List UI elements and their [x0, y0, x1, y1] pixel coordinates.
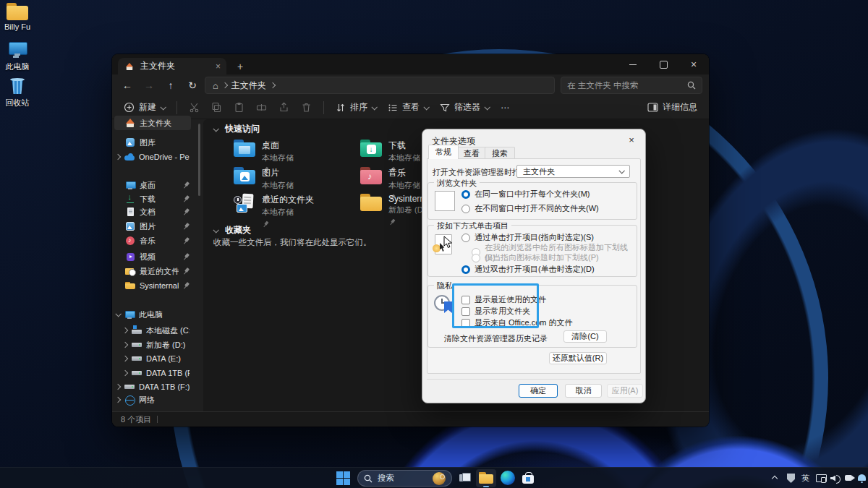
radio-icon[interactable]	[461, 265, 470, 274]
quick-access-header[interactable]: 快速访问	[213, 123, 260, 135]
breadcrumb[interactable]: ⌂ 主文件夹	[205, 77, 555, 94]
sidebar-scrollbar[interactable]	[198, 124, 200, 196]
sidebar-item-music[interactable]: 音乐	[114, 234, 191, 248]
chevron-down-icon[interactable]	[213, 126, 218, 132]
apply-button[interactable]: 应用(A)	[607, 384, 643, 398]
tray-shield[interactable]	[787, 468, 795, 488]
sidebar-item-videos[interactable]: 视频	[114, 249, 191, 264]
radio-icon[interactable]	[461, 190, 470, 199]
sidebar-item-drive-c[interactable]: 本地磁盘 (C:)	[114, 323, 191, 338]
forward-button[interactable]: →	[138, 80, 160, 91]
desktop-icon-billy-fu[interactable]: Billy Fu	[0, 3, 41, 31]
delete-button[interactable]	[297, 98, 316, 117]
filter-button[interactable]: 筛选器	[435, 98, 493, 117]
cancel-button[interactable]: 取消	[565, 384, 602, 398]
share-button[interactable]	[274, 98, 294, 117]
ok-button[interactable]: 确定	[519, 384, 558, 398]
tray-input-language[interactable]: 英	[801, 468, 809, 488]
quick-access-item-recent-folders[interactable]: 最近的文件夹本地存储	[234, 194, 355, 231]
favorites-header[interactable]: 收藏夹	[213, 224, 251, 236]
new-tab-button[interactable]: +	[234, 60, 247, 73]
copy-button[interactable]	[207, 98, 226, 117]
sort-button[interactable]: 排序	[331, 98, 380, 117]
paste-icon	[234, 102, 244, 113]
open-to-select[interactable]: 主文件夹	[516, 165, 630, 178]
radio-icon[interactable]	[461, 205, 470, 213]
paste-button[interactable]	[229, 98, 249, 117]
sidebar-item-documents[interactable]: 文档	[114, 205, 191, 219]
taskbar-search[interactable]: 搜索	[357, 470, 452, 487]
restore-defaults-button[interactable]: 还原默认值(R)	[549, 352, 607, 364]
chevron-right-icon[interactable]	[122, 328, 128, 333]
sidebar-label: 音乐	[140, 236, 179, 247]
radio-new-window[interactable]: 在不同窗口中打开不同的文件夹(W)	[461, 203, 599, 214]
maximize-button[interactable]	[648, 54, 678, 74]
taskbar-file-explorer[interactable]	[476, 469, 496, 487]
minimize-button[interactable]	[618, 54, 648, 74]
chevron-right-icon[interactable]	[122, 342, 128, 348]
sidebar-item-desktop[interactable]: 桌面	[114, 178, 191, 192]
refresh-button[interactable]: ↻	[182, 80, 203, 91]
cut-button[interactable]	[184, 98, 204, 117]
start-button[interactable]	[336, 471, 350, 485]
taskbar-edge[interactable]	[501, 471, 515, 485]
more-button[interactable]: ⋯	[496, 98, 514, 117]
clear-button[interactable]: 清除(C)	[563, 330, 607, 343]
back-button[interactable]: ←	[116, 80, 138, 91]
tab-view[interactable]: 查看	[456, 147, 487, 159]
desktop-icon-recycle-bin[interactable]: 回收站	[0, 77, 41, 108]
explorer-search-input[interactable]: 在 主文件夹 中搜索	[561, 77, 702, 94]
view-button[interactable]: 查看	[383, 98, 433, 117]
tray-notifications[interactable]	[858, 468, 866, 488]
sidebar-item-drive-e[interactable]: DATA (E:)	[114, 351, 191, 366]
chevron-right-icon[interactable]	[115, 384, 121, 390]
new-button[interactable]: 新建	[119, 98, 169, 117]
radio-same-window[interactable]: 在同一窗口中打开每个文件夹(M)	[461, 189, 590, 200]
tray-camera[interactable]	[845, 468, 855, 488]
close-button[interactable]: ×	[678, 54, 709, 74]
radio-double-click[interactable]: 通过双击打开项目(单击时选定)(D)	[461, 264, 595, 275]
radio-icon[interactable]	[461, 234, 470, 242]
tray-cast[interactable]	[816, 468, 826, 488]
sidebar-item-gallery[interactable]: 图库	[114, 135, 191, 150]
active-indicator	[483, 486, 489, 488]
chevron-right-icon[interactable]	[122, 356, 128, 361]
dialog-close-button[interactable]: ×	[624, 132, 639, 147]
taskbar-store[interactable]	[521, 471, 535, 485]
search-placeholder: 在 主文件夹 中搜索	[567, 80, 687, 91]
chevron-down-icon[interactable]	[115, 311, 121, 317]
desktop-icon-this-pc[interactable]: 此电脑	[0, 40, 41, 72]
sidebar-item-network[interactable]: 网络	[114, 393, 191, 407]
tray-volume[interactable]	[830, 468, 841, 488]
rename-button[interactable]	[252, 98, 271, 117]
explorer-tab[interactable]: 主文件夹 ×	[118, 58, 226, 74]
sidebar-item-downloads[interactable]: 下载	[114, 192, 191, 206]
radio-underline-hover[interactable]: 仅当指向图标标题时加下划线(P)	[472, 252, 599, 263]
radio-single-click[interactable]: 通过单击打开项目(指向时选定)(S)	[461, 232, 594, 243]
tab-general[interactable]: 常规	[428, 145, 459, 159]
breadcrumb-home-icon[interactable]: ⌂	[213, 80, 218, 91]
chevron-down-icon[interactable]	[213, 227, 218, 233]
sidebar-item-home[interactable]: 主文件夹	[114, 116, 191, 130]
tab-close-icon[interactable]: ×	[216, 61, 221, 72]
sidebar-item-this-pc[interactable]: 此电脑	[114, 307, 191, 322]
chevron-right-icon[interactable]	[115, 397, 121, 403]
sidebar-item-drive-f[interactable]: DATA 1TB (F:)	[114, 366, 191, 380]
chevron-right-icon[interactable]	[115, 154, 121, 160]
details-pane-button[interactable]: 详细信息	[643, 98, 702, 117]
sidebar-item-drive-d[interactable]: 新加卷 (D:)	[114, 338, 191, 352]
sidebar-item-onedrive[interactable]: OneDrive - Persona	[114, 150, 191, 164]
bell-icon	[858, 474, 866, 483]
tray-overflow-button[interactable]	[773, 468, 777, 488]
sidebar-item-drive-f2[interactable]: DATA 1TB (F:)	[114, 380, 191, 394]
sidebar-item-sysinternals[interactable]: SysinternalsSuite	[114, 278, 191, 293]
chevron-right-icon[interactable]	[122, 370, 128, 376]
up-button[interactable]: ↑	[160, 80, 182, 91]
task-view-button[interactable]	[459, 473, 470, 482]
tab-search[interactable]: 搜索	[485, 147, 515, 159]
radio-icon[interactable]	[472, 254, 480, 262]
breadcrumb-item[interactable]: 主文件夹	[231, 80, 266, 92]
sidebar-item-pictures[interactable]: 图片	[114, 219, 191, 234]
sidebar-item-recent-folders[interactable]: 最近的文件夹	[114, 264, 191, 278]
pin-icon	[181, 194, 192, 205]
